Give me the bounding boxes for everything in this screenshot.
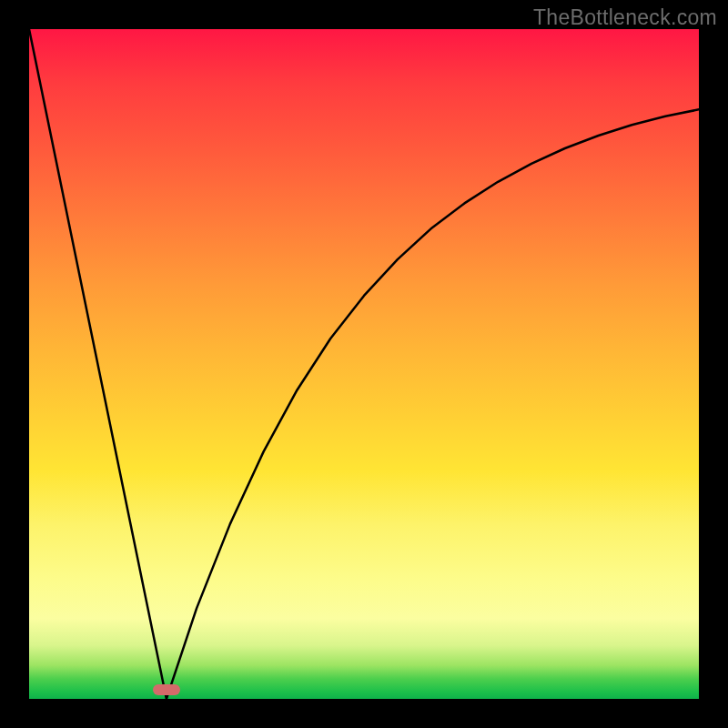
optimum-marker	[153, 684, 180, 695]
curve-svg	[29, 29, 699, 699]
chart-frame: TheBottleneck.com	[0, 0, 728, 728]
bottleneck-curve-path	[29, 29, 699, 699]
watermark-text: TheBottleneck.com	[533, 5, 717, 30]
plot-area	[29, 29, 699, 699]
